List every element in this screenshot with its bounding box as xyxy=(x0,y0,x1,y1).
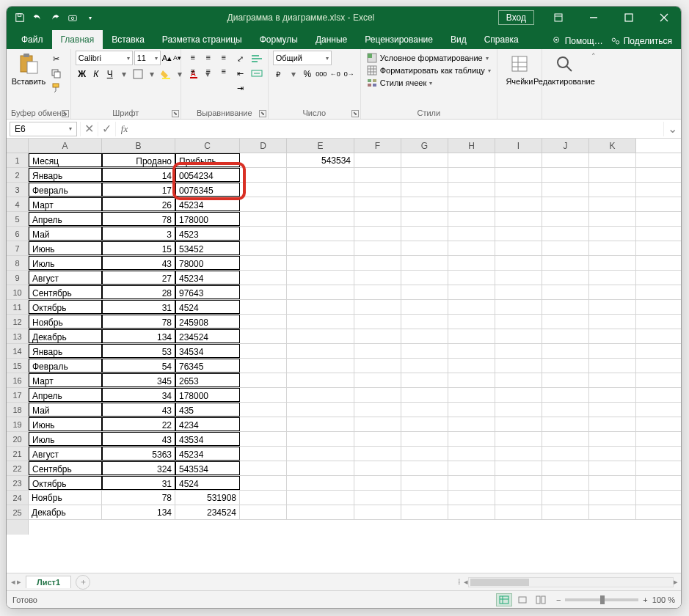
row-header[interactable]: 12 xyxy=(7,315,29,329)
cell[interactable] xyxy=(401,256,448,270)
cell[interactable] xyxy=(401,432,448,446)
decrease-decimal-icon[interactable]: 0→ xyxy=(343,67,356,81)
cell[interactable]: Январь xyxy=(29,168,102,182)
cell[interactable] xyxy=(589,271,636,285)
align-right-icon[interactable]: ≡ xyxy=(216,65,231,78)
cell[interactable] xyxy=(495,344,542,358)
cell[interactable] xyxy=(589,197,636,211)
cell[interactable] xyxy=(589,461,636,475)
align-center-icon[interactable]: ≡ xyxy=(201,65,216,78)
cell[interactable]: Декабрь xyxy=(29,329,102,343)
format-as-table-button[interactable]: Форматировать как таблицу▾ xyxy=(365,65,492,76)
col-header[interactable]: D xyxy=(240,139,287,153)
cell[interactable]: Март xyxy=(29,373,102,387)
cell[interactable] xyxy=(240,241,287,255)
sheet-tab[interactable]: Лист1 xyxy=(26,576,71,588)
cell[interactable] xyxy=(448,315,495,329)
cell[interactable]: 531908 xyxy=(175,491,240,505)
cell[interactable] xyxy=(448,227,495,241)
cell[interactable] xyxy=(240,168,287,182)
cell[interactable]: Июль xyxy=(29,432,102,446)
cell[interactable]: 43 xyxy=(102,403,175,417)
cell[interactable]: 76345 xyxy=(175,359,240,373)
cell[interactable] xyxy=(589,227,636,241)
cell[interactable]: 15 xyxy=(102,241,175,255)
cell[interactable]: 543534 xyxy=(287,153,354,167)
cell[interactable]: 5363 xyxy=(102,447,175,461)
cell[interactable] xyxy=(287,300,354,314)
cell[interactable] xyxy=(589,476,636,490)
cell[interactable] xyxy=(240,403,287,417)
cell[interactable]: 53 xyxy=(102,344,175,358)
cell[interactable] xyxy=(354,197,401,211)
underline-button[interactable]: Ч xyxy=(103,67,117,81)
cell[interactable]: 0054234 xyxy=(175,168,240,182)
cell[interactable] xyxy=(401,168,448,182)
cell[interactable] xyxy=(542,476,589,490)
cell[interactable]: Сентябрь xyxy=(29,461,102,475)
percent-icon[interactable]: % xyxy=(301,67,314,81)
tab-рецензирование[interactable]: Рецензирование xyxy=(356,30,442,49)
row-header[interactable]: 19 xyxy=(7,417,29,431)
cell[interactable]: 78 xyxy=(102,212,175,226)
tab-разметка страницы[interactable]: Разметка страницы xyxy=(153,30,251,49)
cell[interactable] xyxy=(542,197,589,211)
cell[interactable] xyxy=(354,461,401,475)
cell[interactable]: 0076345 xyxy=(175,183,240,197)
camera-icon[interactable] xyxy=(65,10,80,25)
cell[interactable]: 43534 xyxy=(175,432,240,446)
cell[interactable]: 78 xyxy=(102,491,175,505)
cell[interactable] xyxy=(542,373,589,387)
row-header[interactable]: 24 xyxy=(7,491,29,505)
row-header[interactable]: 1 xyxy=(7,153,29,167)
cell[interactable]: 178000 xyxy=(175,212,240,226)
cell[interactable] xyxy=(495,227,542,241)
cell[interactable] xyxy=(401,461,448,475)
orientation-icon[interactable]: ⤢ xyxy=(234,52,247,65)
cell[interactable]: 45234 xyxy=(175,197,240,211)
cell[interactable] xyxy=(287,197,354,211)
cell[interactable] xyxy=(448,168,495,182)
tab-вид[interactable]: Вид xyxy=(442,30,475,49)
cell[interactable]: 543534 xyxy=(175,461,240,475)
cell[interactable] xyxy=(354,359,401,373)
cell[interactable] xyxy=(495,241,542,255)
cell[interactable] xyxy=(589,315,636,329)
cell[interactable] xyxy=(287,256,354,270)
row-header[interactable]: 7 xyxy=(7,241,29,255)
cell[interactable] xyxy=(542,344,589,358)
cell[interactable] xyxy=(287,271,354,285)
font-name-select[interactable]: Calibri▾ xyxy=(76,51,133,65)
page-layout-view-icon[interactable] xyxy=(514,593,531,606)
cell[interactable]: Июнь xyxy=(29,241,102,255)
cell[interactable] xyxy=(401,271,448,285)
align-top-icon[interactable]: ≡ xyxy=(186,51,200,64)
cell[interactable] xyxy=(354,432,401,446)
cell[interactable]: Июнь xyxy=(29,417,102,431)
tab-данные[interactable]: Данные xyxy=(307,30,356,49)
cell[interactable] xyxy=(589,241,636,255)
cell[interactable] xyxy=(401,388,448,402)
cell[interactable] xyxy=(542,285,589,299)
cell[interactable] xyxy=(401,183,448,197)
cell[interactable]: 78000 xyxy=(175,256,240,270)
cell[interactable] xyxy=(542,447,589,461)
cell[interactable] xyxy=(287,447,354,461)
minimize-icon[interactable] xyxy=(577,7,610,29)
cell[interactable] xyxy=(495,197,542,211)
row-header[interactable]: 25 xyxy=(7,505,29,519)
cell[interactable] xyxy=(354,491,401,505)
cell[interactable] xyxy=(542,183,589,197)
cell[interactable] xyxy=(448,491,495,505)
add-sheet-icon[interactable]: ＋ xyxy=(76,575,90,590)
cell[interactable] xyxy=(240,359,287,373)
cell[interactable] xyxy=(448,285,495,299)
cell[interactable]: 324 xyxy=(102,461,175,475)
bold-button[interactable]: Ж xyxy=(76,67,89,81)
decrease-indent-icon[interactable]: ⇤ xyxy=(234,67,247,80)
cell[interactable]: 2653 xyxy=(175,373,240,387)
cell[interactable] xyxy=(542,403,589,417)
row-header[interactable]: 18 xyxy=(7,403,29,417)
dialog-launcher-icon[interactable]: ⬊ xyxy=(351,110,359,117)
cell[interactable]: 234524 xyxy=(175,329,240,343)
